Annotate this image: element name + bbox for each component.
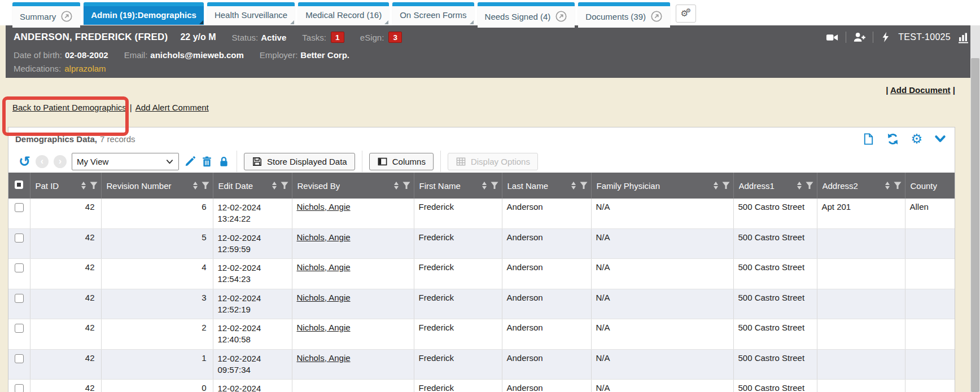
filter-funnel-icon[interactable] <box>403 182 410 190</box>
row-checkbox[interactable] <box>15 263 24 272</box>
cell-family-physician: N/A <box>591 349 733 380</box>
select-all-checkbox[interactable] <box>15 180 23 189</box>
table-header-row: Pat ID Revision Number Edit Date Revised… <box>8 173 955 199</box>
col-family-physician: Family Physician <box>597 181 660 191</box>
view-select[interactable]: My View <box>72 153 179 170</box>
tab-medical-record[interactable]: Medical Record (16) <box>298 2 389 25</box>
sort-icon[interactable] <box>81 182 86 190</box>
revised-by-link[interactable]: Nichols, Angie <box>297 353 351 363</box>
filter-funnel-icon[interactable] <box>202 182 209 190</box>
filter-funnel-icon[interactable] <box>281 182 288 190</box>
next-view-button[interactable]: › <box>54 155 67 168</box>
panel-title: Demographics Data, <box>15 134 97 144</box>
cell-last-name: Anderson <box>502 380 591 392</box>
add-alert-comment-link[interactable]: Add Alert Comment <box>135 103 209 112</box>
sort-icon[interactable] <box>797 182 802 190</box>
medications-label: Medications: <box>14 64 61 73</box>
cell-first-name: Frederick <box>414 380 502 392</box>
table-row: 42 2 12-02-2024 12:40:58 Nichols, Angie … <box>8 319 955 350</box>
delete-view-trash-icon[interactable] <box>201 156 213 168</box>
bar-chart-icon[interactable] <box>957 31 970 43</box>
cell-address2 <box>817 349 905 380</box>
tab-on-screen-forms[interactable]: On Screen Forms <box>392 2 474 25</box>
vertical-scrollbar[interactable] <box>970 25 980 392</box>
refresh-icon[interactable] <box>886 133 899 146</box>
scrollbar-thumb[interactable] <box>971 58 979 392</box>
display-options-button: Display Options <box>448 153 538 170</box>
lightning-bolt-icon[interactable] <box>880 32 891 43</box>
row-checkbox[interactable] <box>15 203 24 212</box>
tab-admin-demographics[interactable]: Admin (19):Demographics <box>84 2 204 25</box>
row-checkbox[interactable] <box>15 354 24 363</box>
tasks-label: Tasks: <box>302 33 326 42</box>
new-document-icon[interactable] <box>862 133 875 146</box>
cell-revision: 6 <box>101 199 213 228</box>
tasks-badge[interactable]: 1 <box>331 32 344 43</box>
reset-view-icon[interactable]: ↺ <box>19 155 30 169</box>
cell-address2 <box>817 380 905 392</box>
sort-icon[interactable] <box>482 182 487 190</box>
gears-icon-small: ⚙ <box>686 8 691 14</box>
external-link-icon[interactable] <box>650 10 663 23</box>
row-checkbox[interactable] <box>15 324 24 333</box>
grid-icon <box>456 156 466 167</box>
external-link-icon[interactable] <box>60 10 73 23</box>
row-checkbox[interactable] <box>15 234 24 243</box>
cell-pat-id: 42 <box>30 289 101 319</box>
add-document-row: | Add Document | <box>8 78 955 98</box>
filter-funnel-icon[interactable] <box>580 182 588 190</box>
divider <box>873 32 873 43</box>
cell-family-physician: N/A <box>591 380 733 392</box>
lock-view-icon[interactable] <box>218 156 230 168</box>
filter-funnel-icon[interactable] <box>894 182 902 190</box>
cell-last-name: Anderson <box>502 319 591 350</box>
settings-gear-icon[interactable]: ⚙ <box>911 133 922 146</box>
tab-label: Medical Record (16) <box>305 10 382 20</box>
columns-button[interactable]: Columns <box>369 153 434 170</box>
sort-icon[interactable] <box>193 182 198 190</box>
tab-settings-button[interactable]: ⚙ ⚙ <box>676 5 696 23</box>
cell-first-name: Frederick <box>414 259 502 289</box>
add-person-icon[interactable] <box>853 31 866 44</box>
table-row: 42 5 12-02-2024 12:59:59 Nichols, Angie … <box>8 228 955 259</box>
revised-by-link[interactable]: Nichols, Angie <box>297 232 351 242</box>
back-to-patient-demographics-link[interactable]: Back to Patient Demographics <box>12 103 126 112</box>
tab-needs-signed[interactable]: Needs Signed (4) <box>478 2 575 28</box>
cell-county <box>905 319 955 350</box>
tab-summary[interactable]: Summary <box>12 2 80 28</box>
tab-health-surveillance[interactable]: Health Surveillance <box>207 2 295 25</box>
divider <box>846 32 846 43</box>
sort-icon[interactable] <box>571 182 576 190</box>
filter-funnel-icon[interactable] <box>491 182 498 190</box>
filter-funnel-icon[interactable] <box>722 182 730 190</box>
revised-by-link[interactable]: Nichols, Angie <box>297 202 351 212</box>
cell-county <box>905 289 955 319</box>
esign-badge[interactable]: 3 <box>388 32 402 43</box>
revised-by-link[interactable]: Nichols, Angie <box>297 262 351 272</box>
cell-last-name: Anderson <box>502 199 591 228</box>
edit-view-pencil-icon[interactable] <box>184 156 196 168</box>
cell-first-name: Frederick <box>414 228 502 259</box>
tab-documents[interactable]: Documents (39) <box>578 2 670 28</box>
add-document-link[interactable]: Add Document <box>890 85 951 95</box>
filter-funnel-icon[interactable] <box>90 182 98 190</box>
revised-by-link[interactable]: Nichols, Angie <box>297 323 351 332</box>
employer-label: Employer: <box>260 50 298 60</box>
filter-funnel-icon[interactable] <box>806 182 813 190</box>
sort-icon[interactable] <box>885 182 890 190</box>
row-checkbox[interactable] <box>15 294 24 303</box>
demographics-data-panel: Demographics Data, 7 records ⚙ <box>8 127 955 392</box>
sort-icon[interactable] <box>272 182 277 190</box>
row-checkbox[interactable] <box>15 384 24 392</box>
revised-by-link[interactable]: Nichols, Angie <box>297 293 351 302</box>
external-link-icon[interactable] <box>555 10 567 23</box>
store-displayed-data-button[interactable]: Store Displayed Data <box>244 153 355 170</box>
demographics-table: Pat ID Revision Number Edit Date Revised… <box>8 173 955 392</box>
sort-icon[interactable] <box>714 182 718 190</box>
sort-icon[interactable] <box>394 182 399 190</box>
prev-view-button[interactable]: ‹ <box>36 155 49 168</box>
medications-value[interactable]: alprazolam <box>64 64 106 73</box>
video-camera-icon[interactable] <box>826 31 839 44</box>
tab-bar: Summary Admin (19):Demographics Health S… <box>0 0 980 25</box>
collapse-chevron-icon[interactable] <box>934 133 947 146</box>
